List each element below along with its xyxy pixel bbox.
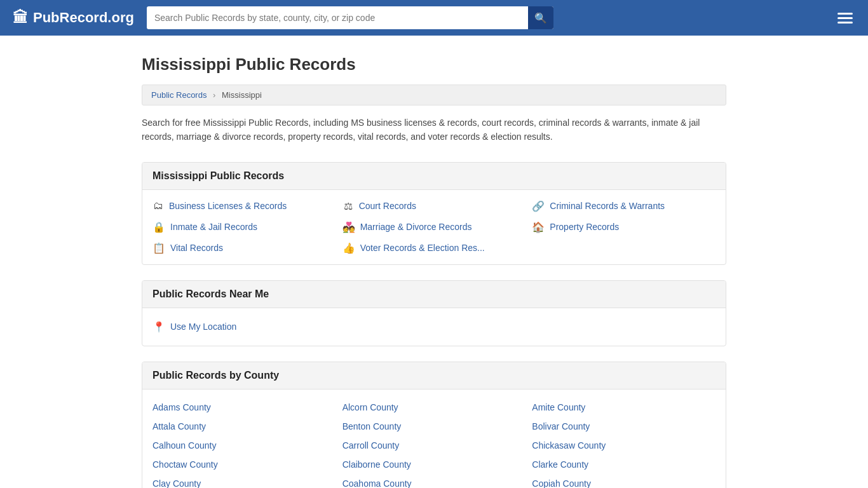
logo-icon: 🏛: [13, 9, 28, 27]
county-link[interactable]: Attala County: [153, 421, 336, 431]
record-item-inmate[interactable]: 🔒Inmate & Jail Records: [153, 221, 336, 233]
county-link[interactable]: Benton County: [342, 421, 526, 431]
county-link[interactable]: Clay County: [153, 478, 336, 488]
use-my-location-label: Use My Location: [170, 322, 236, 332]
county-link[interactable]: Calhoun County: [153, 440, 336, 451]
vital-icon: 📋: [153, 242, 165, 254]
county-link[interactable]: Alcorn County: [342, 402, 526, 412]
criminal-icon: 🔗: [532, 200, 545, 212]
ms-public-records-heading: Mississippi Public Records: [142, 163, 726, 190]
criminal-label: Criminal Records & Warrants: [550, 201, 665, 211]
county-link[interactable]: Copiah County: [532, 478, 715, 488]
marriage-icon: 💑: [342, 221, 355, 233]
main-content: Mississippi Public Records Public Record…: [129, 36, 739, 488]
near-me-section: Public Records Near Me 📍 Use My Location: [142, 280, 726, 346]
record-item-criminal[interactable]: 🔗Criminal Records & Warrants: [532, 200, 715, 212]
breadcrumb-current: Mississippi: [222, 90, 262, 100]
county-link[interactable]: Chickasaw County: [532, 440, 715, 451]
breadcrumb-separator: ›: [213, 90, 215, 100]
county-link[interactable]: Amite County: [532, 402, 715, 412]
record-item-court[interactable]: ⚖Court Records: [342, 200, 526, 212]
record-item-marriage[interactable]: 💑Marriage & Divorce Records: [342, 221, 526, 233]
search-bar-container: 🔍: [147, 6, 553, 29]
inmate-icon: 🔒: [153, 221, 165, 233]
records-grid: 🗂Business Licenses & Records⚖Court Recor…: [153, 200, 715, 254]
voter-icon: 👍: [342, 242, 355, 254]
near-me-heading: Public Records Near Me: [142, 281, 726, 308]
ms-public-records-section: Mississippi Public Records 🗂Business Lic…: [142, 162, 726, 265]
county-link[interactable]: Bolivar County: [532, 421, 715, 431]
search-icon: 🔍: [534, 12, 547, 24]
county-section: Public Records by County Adams CountyAlc…: [142, 362, 726, 488]
county-section-body: Adams CountyAlcorn CountyAmite CountyAtt…: [142, 390, 726, 488]
location-icon: 📍: [153, 321, 165, 333]
vital-label: Vital Records: [170, 243, 223, 253]
record-item-vital[interactable]: 📋Vital Records: [153, 242, 336, 254]
court-label: Court Records: [359, 201, 416, 211]
page-description: Search for free Mississippi Public Recor…: [142, 116, 726, 144]
breadcrumb: Public Records › Mississippi: [142, 85, 726, 105]
business-label: Business Licenses & Records: [169, 201, 287, 211]
county-link[interactable]: Clarke County: [532, 459, 715, 470]
county-grid: Adams CountyAlcorn CountyAmite CountyAtt…: [153, 400, 715, 488]
hamburger-menu-button[interactable]: [835, 10, 855, 26]
inmate-label: Inmate & Jail Records: [170, 222, 257, 232]
ms-public-records-body: 🗂Business Licenses & Records⚖Court Recor…: [142, 190, 726, 264]
county-link[interactable]: Adams County: [153, 402, 336, 412]
search-input[interactable]: [147, 6, 553, 29]
voter-label: Voter Records & Election Res...: [360, 243, 485, 253]
county-section-heading: Public Records by County: [142, 362, 726, 390]
property-icon: 🏠: [532, 221, 545, 233]
county-link[interactable]: Carroll County: [342, 440, 526, 451]
site-header: 🏛 PubRecord.org 🔍: [0, 0, 868, 36]
record-item-property[interactable]: 🏠Property Records: [532, 221, 715, 233]
breadcrumb-parent-link[interactable]: Public Records: [151, 90, 207, 100]
hamburger-line-2: [837, 17, 853, 19]
logo-text: PubRecord.org: [33, 10, 134, 26]
county-link[interactable]: Choctaw County: [153, 459, 336, 470]
search-button[interactable]: 🔍: [528, 6, 553, 29]
site-logo[interactable]: 🏛 PubRecord.org: [13, 9, 134, 27]
hamburger-line-3: [837, 22, 853, 24]
property-label: Property Records: [550, 222, 619, 232]
record-item-business[interactable]: 🗂Business Licenses & Records: [153, 200, 336, 212]
county-link[interactable]: Coahoma County: [342, 478, 526, 488]
near-me-body: 📍 Use My Location: [142, 308, 726, 346]
record-item-voter[interactable]: 👍Voter Records & Election Res...: [342, 242, 526, 254]
county-link[interactable]: Claiborne County: [342, 459, 526, 470]
page-title: Mississippi Public Records: [142, 55, 726, 74]
use-my-location-button[interactable]: 📍 Use My Location: [153, 318, 715, 336]
business-icon: 🗂: [153, 200, 164, 212]
marriage-label: Marriage & Divorce Records: [360, 222, 472, 232]
hamburger-line-1: [837, 13, 853, 15]
court-icon: ⚖: [342, 200, 354, 212]
